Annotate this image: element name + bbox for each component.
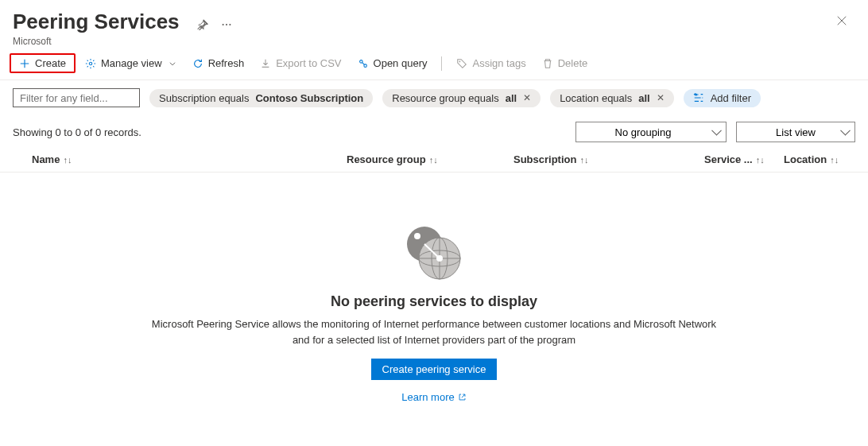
- chevron-down-icon: [169, 60, 176, 68]
- grouping-select[interactable]: No grouping: [575, 122, 727, 142]
- gear-icon: [85, 58, 96, 69]
- open-query-label: Open query: [374, 57, 428, 69]
- empty-state: No peering services to display Microsoft…: [0, 173, 868, 403]
- pill-resource-group[interactable]: Resource group equals all ✕: [382, 89, 541, 107]
- sort-icon: ↑↓: [830, 155, 839, 165]
- empty-title: No peering services to display: [32, 293, 836, 310]
- svg-point-1: [226, 23, 227, 25]
- pill-subscription[interactable]: Subscription equals Contoso Subscription: [149, 89, 373, 107]
- manage-view-button[interactable]: Manage view: [79, 54, 183, 72]
- learn-more-label: Learn more: [401, 391, 454, 403]
- external-link-icon: [458, 393, 467, 401]
- sort-icon: ↑↓: [756, 155, 765, 165]
- pill-rg-prefix: Resource group equals: [392, 92, 498, 104]
- pin-button[interactable]: [196, 17, 210, 32]
- col-name[interactable]: Name↑↓: [13, 153, 347, 165]
- manage-view-label: Manage view: [101, 57, 162, 69]
- assign-tags-label: Assign tags: [472, 57, 525, 69]
- view-mode-select[interactable]: List view: [736, 122, 855, 142]
- delete-button[interactable]: Delete: [536, 54, 595, 72]
- title-block: Peering Services Microsoft: [13, 10, 831, 47]
- pill-rg-value: all: [506, 92, 517, 104]
- records-count: Showing 0 to 0 of 0 records.: [13, 126, 566, 138]
- create-peering-service-button[interactable]: Create peering service: [371, 359, 498, 380]
- query-icon: [358, 58, 369, 69]
- sort-icon: ↑↓: [63, 155, 72, 165]
- empty-description: Microsoft Peering Service allows the mon…: [148, 316, 720, 347]
- svg-point-3: [89, 62, 92, 65]
- table-header: Name↑↓ Resource group↑↓ Subscription↑↓ S…: [0, 147, 868, 173]
- toolbar: Create Manage view Refresh Export to CSV…: [0, 50, 868, 80]
- col-resource-group[interactable]: Resource group↑↓: [347, 153, 513, 165]
- delete-label: Delete: [558, 57, 588, 69]
- status-row: Showing 0 to 0 of 0 records. No grouping…: [0, 115, 868, 147]
- svg-point-6: [459, 60, 461, 62]
- svg-point-15: [414, 233, 420, 239]
- col-location[interactable]: Location↑↓: [784, 153, 855, 165]
- create-button[interactable]: Create: [10, 53, 76, 73]
- tag-icon: [456, 58, 467, 69]
- sort-icon: ↑↓: [429, 155, 438, 165]
- col-service[interactable]: Service ...↑↓: [704, 153, 784, 165]
- page-title: Peering Services: [13, 10, 180, 34]
- filter-icon: [693, 92, 704, 103]
- sort-icon: ↑↓: [579, 155, 588, 165]
- svg-point-4: [359, 60, 362, 63]
- globe-icon: [32, 220, 836, 284]
- svg-point-5: [363, 64, 366, 67]
- close-icon[interactable]: ✕: [523, 92, 531, 103]
- refresh-label: Refresh: [208, 57, 245, 69]
- create-label: Create: [35, 57, 66, 69]
- add-filter-label: Add filter: [711, 92, 751, 104]
- pill-loc-value: all: [638, 92, 649, 104]
- page-header: Peering Services Microsoft: [0, 0, 868, 50]
- filter-row: Subscription equals Contoso Subscription…: [0, 80, 868, 115]
- svg-point-2: [229, 23, 231, 25]
- add-filter-button[interactable]: Add filter: [684, 89, 761, 107]
- close-button[interactable]: [831, 13, 852, 31]
- refresh-button[interactable]: Refresh: [186, 54, 251, 72]
- assign-tags-button[interactable]: Assign tags: [450, 54, 532, 72]
- separator: [441, 56, 442, 71]
- ellipsis-icon: [221, 19, 232, 30]
- filter-input[interactable]: [13, 88, 140, 107]
- trash-icon: [542, 58, 553, 69]
- export-csv-label: Export to CSV: [276, 57, 341, 69]
- pill-loc-prefix: Location equals: [560, 92, 632, 104]
- plus-icon: [19, 58, 30, 69]
- export-csv-button[interactable]: Export to CSV: [254, 54, 347, 72]
- refresh-icon: [192, 58, 203, 69]
- pill-location[interactable]: Location equals all ✕: [550, 89, 674, 107]
- svg-point-0: [222, 23, 223, 25]
- svg-point-16: [436, 255, 443, 262]
- close-icon[interactable]: ✕: [657, 92, 665, 103]
- more-button[interactable]: [219, 17, 234, 32]
- pill-subscription-prefix: Subscription equals: [159, 92, 249, 104]
- col-subscription[interactable]: Subscription↑↓: [513, 153, 704, 165]
- pill-subscription-value: Contoso Subscription: [255, 92, 363, 104]
- close-icon: [836, 15, 847, 26]
- open-query-button[interactable]: Open query: [351, 54, 434, 72]
- pin-icon: [197, 19, 208, 30]
- page-subtitle: Microsoft: [13, 36, 831, 47]
- learn-more-link[interactable]: Learn more: [401, 391, 466, 403]
- download-icon: [260, 58, 271, 69]
